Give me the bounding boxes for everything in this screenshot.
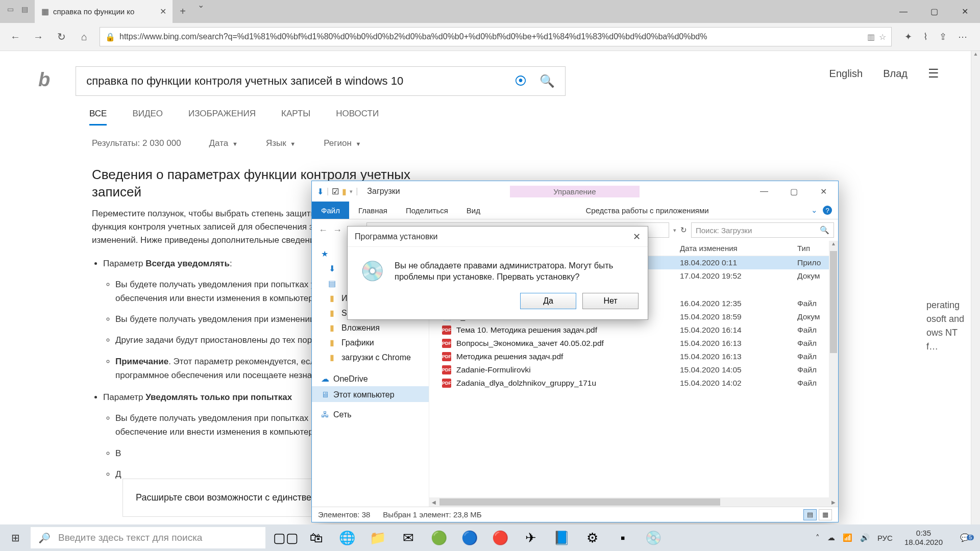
tray-chevron-icon[interactable]: ˄ xyxy=(816,533,820,542)
explorer-refresh-icon[interactable]: ↻ xyxy=(680,226,687,235)
vk-icon[interactable]: 🔵 xyxy=(454,524,485,551)
url-input[interactable] xyxy=(119,32,863,41)
nav-grafiki[interactable]: ▮Графики xyxy=(312,335,429,350)
explorer-search-box[interactable]: Поиск: Загрузки 🔍 xyxy=(691,222,834,238)
dialog-close-icon[interactable]: ✕ xyxy=(633,231,641,242)
file-row[interactable]: PDFZadania_dlya_dolzhnikov_gruppy_171u15… xyxy=(429,377,838,390)
page-scrollbar[interactable]: ▲ xyxy=(971,51,980,524)
file-row[interactable]: PDFZadanie-Formulirovki15.04.2020 14:05Ф… xyxy=(429,363,838,377)
maximize-button[interactable]: ▢ xyxy=(919,0,949,23)
tab-preview-icon[interactable]: ▤ xyxy=(19,4,30,14)
tab-close-icon[interactable]: ✕ xyxy=(160,7,166,16)
icons-view-icon[interactable]: ▦ xyxy=(819,509,832,520)
ribbon-share[interactable]: Поделиться xyxy=(397,202,457,219)
explorer-minimize-button[interactable]: — xyxy=(749,181,779,202)
url-box[interactable]: 🔒 ▥ ☆ xyxy=(100,27,892,46)
details-view-icon[interactable]: ▤ xyxy=(803,509,817,520)
more-icon[interactable]: ⋯ xyxy=(958,31,967,42)
clock[interactable]: 0:35 18.04.2020 xyxy=(900,529,947,547)
help-icon[interactable]: ? xyxy=(823,206,832,215)
clock-time: 0:35 xyxy=(904,529,943,538)
network-icon[interactable]: 📶 xyxy=(843,533,852,542)
nav-chrome[interactable]: ▮загрузки с Chrome xyxy=(312,350,429,365)
search-icon[interactable]: 🔍 xyxy=(820,226,829,235)
nav-network[interactable]: 🖧Сеть xyxy=(312,406,429,422)
checkbox-icon[interactable]: ☑ xyxy=(332,187,339,196)
edge-icon[interactable]: 🌐 xyxy=(332,524,362,551)
no-button[interactable]: Нет xyxy=(582,293,639,309)
nav-this-pc[interactable]: 🖥Этот компьютер xyxy=(312,386,429,402)
file-row[interactable]: PDFМетодика решения задач.pdf15.04.2020 … xyxy=(429,350,838,363)
tab-video[interactable]: ВИДЕО xyxy=(132,109,163,126)
opera-icon[interactable]: 🔴 xyxy=(485,524,516,551)
visual-search-icon[interactable]: ⦿ xyxy=(514,74,527,88)
ribbon-view[interactable]: Вид xyxy=(457,202,489,219)
action-center-icon[interactable]: 💬5 xyxy=(954,533,975,542)
explorer-maximize-button[interactable]: ▢ xyxy=(779,181,808,202)
search-icon[interactable]: 🔍 xyxy=(540,74,555,88)
filter-region[interactable]: Регион ▼ xyxy=(324,138,361,148)
volume-icon[interactable]: 🔊 xyxy=(860,533,870,542)
tab-maps[interactable]: КАРТЫ xyxy=(281,109,310,126)
explorer-scrollbar-h[interactable]: ◀▶ xyxy=(429,497,838,507)
tab-all[interactable]: ВСЕ xyxy=(89,109,107,126)
share-icon[interactable]: ⇪ xyxy=(939,31,947,42)
back-button[interactable]: ← xyxy=(8,31,23,43)
settings-icon[interactable]: ⚙ xyxy=(577,524,607,551)
lang-link[interactable]: English xyxy=(829,68,863,80)
tab-images[interactable]: ИЗОБРАЖЕНИЯ xyxy=(188,109,256,126)
qat-chevron-icon[interactable]: ▾ xyxy=(350,188,353,195)
yes-button[interactable]: Да xyxy=(520,293,576,309)
store-icon[interactable]: 🛍 xyxy=(301,524,332,551)
new-tab-button[interactable]: + xyxy=(173,0,193,23)
lang-indicator[interactable]: РУС xyxy=(877,534,893,542)
explorer-icon[interactable]: 📁 xyxy=(362,524,393,551)
search-input[interactable] xyxy=(86,74,514,88)
nav-vloz[interactable]: ▮Вложения xyxy=(312,320,429,335)
favorite-icon[interactable]: ☆ xyxy=(879,32,886,42)
file-row[interactable]: PDFВопросы_Экономика_зачет 40.05.02.pdf1… xyxy=(429,337,838,350)
user-name[interactable]: Влад xyxy=(883,68,908,80)
notes-icon[interactable]: ⌇ xyxy=(923,31,928,42)
explorer-path-chevron-icon[interactable]: ▾ xyxy=(673,227,676,234)
app-icon[interactable]: 📘 xyxy=(546,524,577,551)
explorer-back-icon[interactable]: ← xyxy=(318,225,328,236)
telegram-icon[interactable]: ✈ xyxy=(516,524,546,551)
filter-lang[interactable]: Язык ▼ xyxy=(266,138,296,148)
ribbon-file[interactable]: Файл xyxy=(312,202,349,219)
minimize-button[interactable]: — xyxy=(888,0,919,23)
mail-icon[interactable]: ✉ xyxy=(393,524,424,551)
browser-tab[interactable]: ▦ справка по функции ко ✕ xyxy=(35,0,173,23)
installer-taskbar-icon[interactable]: 💿 xyxy=(638,524,669,551)
down-arrow-icon[interactable]: ⬇ xyxy=(317,187,324,196)
explorer-forward-icon[interactable]: → xyxy=(333,225,342,236)
ribbon-tools[interactable]: Средства работы с приложениями xyxy=(570,202,724,219)
hamburger-icon[interactable]: ☰ xyxy=(928,66,939,81)
explorer-scrollbar-v[interactable]: ▲ xyxy=(829,241,838,497)
ribbon-chevron-icon[interactable]: ⌄ xyxy=(811,206,818,215)
col-date[interactable]: Дата изменения xyxy=(680,244,797,253)
refresh-button[interactable]: ↻ xyxy=(54,31,69,43)
chrome-icon[interactable]: 🟢 xyxy=(424,524,454,551)
onedrive-tray-icon[interactable]: ☁ xyxy=(827,533,835,542)
tab-news[interactable]: НОВОСТИ xyxy=(336,109,379,126)
nav-onedrive[interactable]: ☁OneDrive xyxy=(312,370,429,386)
taskbar-search[interactable]: 🔍 Введите здесь текст для поиска xyxy=(31,527,265,548)
ribbon-home[interactable]: Главная xyxy=(349,202,397,219)
filter-date[interactable]: Дата ▼ xyxy=(209,138,238,148)
explorer-context-tab[interactable]: Управление xyxy=(510,186,639,197)
tab-actions-icon[interactable]: ▭ xyxy=(5,4,15,14)
start-button[interactable]: ⊞ xyxy=(0,524,31,551)
home-button[interactable]: ⌂ xyxy=(77,31,92,43)
forward-button[interactable]: → xyxy=(31,31,46,43)
explorer-close-button[interactable]: ✕ xyxy=(808,181,838,202)
terminal-icon[interactable]: ▪ xyxy=(607,524,638,551)
taskview-icon[interactable]: ▢▢ xyxy=(271,524,301,551)
close-window-button[interactable]: ✕ xyxy=(949,0,980,23)
tab-chevron-icon[interactable]: ⌄ xyxy=(193,0,208,10)
file-row[interactable]: PDFТема 10. Методика решения задач.pdf15… xyxy=(429,323,838,337)
bing-logo-icon[interactable]: b xyxy=(38,69,50,91)
search-box[interactable]: ⦿ 🔍 xyxy=(76,66,566,96)
reading-view-icon[interactable]: ▥ xyxy=(867,32,875,42)
favorites-icon[interactable]: ✦ xyxy=(904,31,912,42)
